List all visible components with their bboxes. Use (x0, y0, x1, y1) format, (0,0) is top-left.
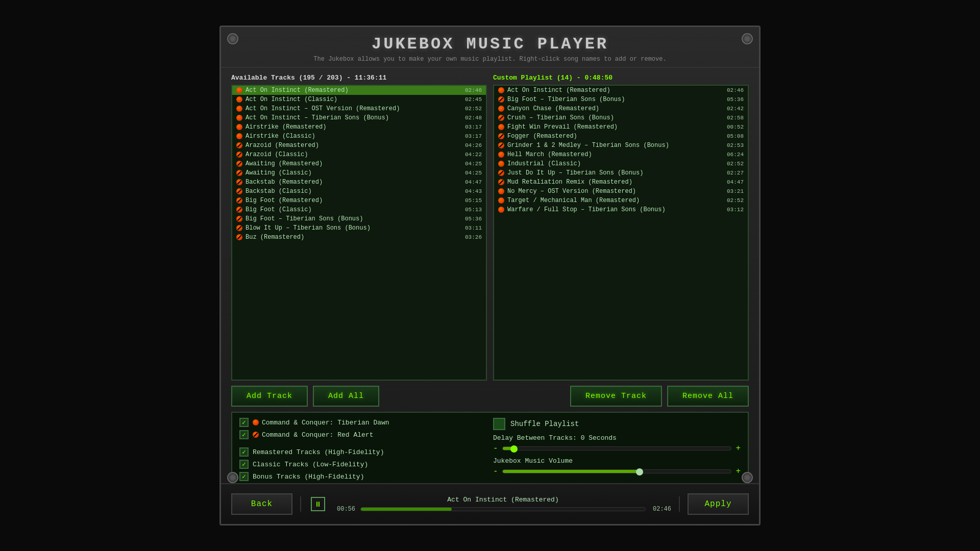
playlist-track-item[interactable]: Fogger (Remastered)05:08 (494, 132, 748, 141)
playlist-track-item[interactable]: Grinder 1 & 2 Medley – Tiberian Sons (Bo… (494, 141, 748, 150)
apply-button[interactable]: Apply (688, 493, 749, 515)
remove-track-button[interactable]: Remove Track (570, 386, 662, 407)
remove-all-button[interactable]: Remove All (667, 386, 749, 407)
playlist-track-item[interactable]: Big Foot – Tiberian Sons (Bonus)05:36 (494, 95, 748, 104)
playlist-track-item[interactable]: Act On Instinct (Remastered)02:46 (494, 86, 748, 95)
screw-bl (227, 472, 238, 483)
add-track-button[interactable]: Add Track (231, 386, 308, 407)
track-name: Backstab (Remastered) (246, 179, 458, 186)
track-duration: 04:22 (461, 152, 482, 158)
available-track-item[interactable]: Act On Instinct (Remastered)02:46 (232, 86, 486, 95)
total-time: 02:46 (651, 506, 671, 513)
track-type-icon (498, 87, 504, 93)
track-type-icon (236, 234, 242, 240)
track-name: Big Foot – Tiberian Sons (Bonus) (507, 96, 720, 103)
available-track-item[interactable]: Backstab (Classic)04:43 (232, 187, 486, 196)
play-pause-button[interactable]: ⏸ (309, 495, 327, 513)
filter-bonus-checkbox[interactable] (239, 472, 249, 481)
delay-plus-button[interactable]: + (736, 444, 741, 453)
playlist-track-item[interactable]: Warfare / Full Stop – Tiberian Sons (Bon… (494, 205, 748, 214)
available-track-item[interactable]: Act On Instinct (Classic)02:45 (232, 95, 486, 104)
playlist-track-item[interactable]: Fight Win Prevail (Remastered)00:52 (494, 122, 748, 132)
track-name: Big Foot (Classic) (246, 206, 458, 213)
volume-controls: - + (493, 467, 741, 476)
playlist-track-item[interactable]: Crush – Tiberian Sons (Bonus)02:58 (494, 113, 748, 122)
track-duration: 03:26 (461, 234, 482, 240)
available-track-item[interactable]: Blow It Up – Tiberian Sons (Bonus)03:11 (232, 223, 486, 233)
available-track-item[interactable]: Big Foot – Tiberian Sons (Bonus)05:36 (232, 214, 486, 223)
track-name: Fogger (Remastered) (507, 133, 720, 140)
shuffle-checkbox[interactable] (493, 418, 505, 430)
playlist-track-item[interactable]: Hell March (Remastered)06:24 (494, 150, 748, 159)
options-row: Command & Conquer: Tiberian Dawn Command… (231, 412, 749, 487)
shuffle-label: Shuffle Playlist (510, 420, 579, 428)
playlist-track-item[interactable]: No Mercy – OST Version (Remastered)03:21 (494, 187, 748, 196)
available-track-item[interactable]: Act On Instinct – Tiberian Sons (Bonus)0… (232, 113, 486, 122)
playlist-track-list[interactable]: Act On Instinct (Remastered)02:46Big Foo… (493, 85, 749, 381)
bottom-bar: Back ⏸ Act On Instinct (Remastered) 00:5… (221, 483, 759, 524)
track-type-icon (236, 207, 242, 213)
track-type-icon (236, 142, 242, 148)
track-duration: 02:42 (723, 106, 744, 112)
app-header: JUKEBOX MUSIC PLAYER The Jukebox allows … (221, 27, 759, 68)
options-left: Command & Conquer: Tiberian Dawn Command… (239, 418, 487, 481)
available-track-item[interactable]: Awaiting (Classic)04:25 (232, 168, 486, 178)
delay-minus-button[interactable]: - (493, 444, 498, 453)
playlist-track-item[interactable]: Canyon Chase (Remastered)02:42 (494, 104, 748, 113)
playlist-track-item[interactable]: Target / Mechanical Man (Remastered)02:5… (494, 196, 748, 205)
available-track-item[interactable]: Airstrike (Classic)03:17 (232, 132, 486, 141)
available-track-item[interactable]: Big Foot (Classic)05:13 (232, 205, 486, 214)
available-track-item[interactable]: Act On Instinct – OST Version (Remastere… (232, 104, 486, 113)
track-name: Arazoid (Classic) (246, 151, 458, 158)
progress-row: 00:56 02:46 (335, 506, 671, 513)
source-red-alert[interactable]: Command & Conquer: Red Alert (239, 430, 487, 439)
volume-label: Jukebox Music Volume (493, 457, 741, 465)
progress-track[interactable] (360, 507, 646, 511)
delay-slider-track[interactable] (502, 446, 732, 450)
source-red-alert-checkbox[interactable] (239, 430, 249, 439)
available-track-item[interactable]: Buz (Remastered)03:26 (232, 233, 486, 242)
filter-remastered-checkbox[interactable] (239, 447, 249, 457)
playlist-track-item[interactable]: Mud Retaliation Remix (Remastered)04:47 (494, 178, 748, 187)
shuffle-row: Shuffle Playlist (493, 418, 741, 430)
track-name: Mud Retaliation Remix (Remastered) (507, 179, 720, 186)
filter-classic-checkbox[interactable] (239, 460, 249, 469)
options-right: Shuffle Playlist Delay Between Tracks: 0… (493, 418, 741, 481)
track-type-icon (498, 179, 504, 185)
source-tiberian-dawn-checkbox[interactable] (239, 418, 249, 427)
back-button[interactable]: Back (231, 493, 292, 515)
available-track-item[interactable]: Arazoid (Remastered)04:26 (232, 141, 486, 150)
add-all-button[interactable]: Add All (313, 386, 379, 407)
now-playing-title: Act On Instinct (Remastered) (447, 496, 558, 504)
track-name: Blow It Up – Tiberian Sons (Bonus) (246, 224, 458, 232)
available-panel-header: Available Tracks (195 / 203) - 11:36:11 (231, 74, 487, 82)
playlist-panel: Custom Playlist (14) - 0:48:50 Act On In… (493, 74, 749, 381)
track-duration: 02:58 (723, 115, 744, 121)
available-track-item[interactable]: Awaiting (Remastered)04:25 (232, 159, 486, 168)
now-playing-area: Act On Instinct (Remastered) 00:56 02:46 (335, 496, 671, 513)
volume-minus-button[interactable]: - (493, 467, 498, 476)
track-name: Act On Instinct – OST Version (Remastere… (246, 105, 458, 112)
separator-2 (679, 496, 680, 512)
available-track-list[interactable]: Act On Instinct (Remastered)02:46Act On … (231, 85, 487, 381)
available-track-item[interactable]: Arazoid (Classic)04:22 (232, 150, 486, 159)
playlist-track-item[interactable]: Just Do It Up – Tiberian Sons (Bonus)02:… (494, 168, 748, 178)
source-tiberian-dawn[interactable]: Command & Conquer: Tiberian Dawn (239, 418, 487, 427)
available-track-item[interactable]: Airstrike (Remastered)03:17 (232, 122, 486, 132)
filter-bonus[interactable]: Bonus Tracks (High-Fidelity) (239, 472, 487, 481)
track-name: Big Foot (Remastered) (246, 197, 458, 204)
track-name: Act On Instinct (Remastered) (507, 87, 720, 94)
filter-classic[interactable]: Classic Tracks (Low-Fidelity) (239, 460, 487, 469)
track-type-icon (498, 207, 504, 213)
track-type-icon (498, 115, 504, 121)
track-name: No Mercy – OST Version (Remastered) (507, 188, 720, 195)
track-name: Arazoid (Remastered) (246, 142, 458, 149)
volume-slider-row: Jukebox Music Volume - + (493, 457, 741, 476)
track-lists-row: Available Tracks (195 / 203) - 11:36:11 … (231, 74, 749, 381)
filter-remastered[interactable]: Remastered Tracks (High-Fidelity) (239, 447, 487, 457)
playlist-track-item[interactable]: Industrial (Classic)02:52 (494, 159, 748, 168)
available-track-item[interactable]: Big Foot (Remastered)05:15 (232, 196, 486, 205)
available-track-item[interactable]: Backstab (Remastered)04:47 (232, 178, 486, 187)
volume-slider-track[interactable] (502, 469, 732, 473)
volume-plus-button[interactable]: + (736, 467, 741, 476)
